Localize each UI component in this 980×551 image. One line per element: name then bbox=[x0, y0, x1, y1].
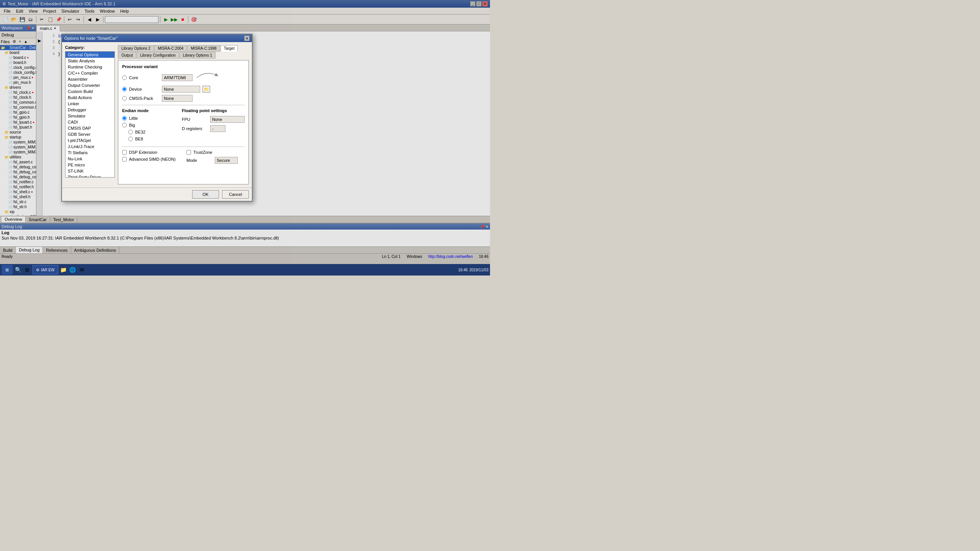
category-item[interactable]: Linker bbox=[65, 101, 114, 107]
dsp-label: DSP Extension bbox=[129, 150, 157, 155]
core-value: ARM7TDMI bbox=[162, 74, 193, 81]
mode-label: Mode bbox=[186, 158, 213, 163]
category-item[interactable]: Custom Build bbox=[65, 88, 114, 95]
category-item[interactable]: CADI bbox=[65, 119, 114, 125]
endian-label: Endian mode bbox=[122, 108, 176, 113]
taskbar: ⊞ 🔍 ⧉ ⚙ IAR EW 📁 🌐 ✉ 16:46 2019/11/03 bbox=[0, 264, 490, 276]
category-list: General OptionsStatic AnalysisRuntime Ch… bbox=[65, 51, 115, 178]
be8-label: BE8 bbox=[135, 137, 143, 141]
category-item[interactable]: I-jet/JTAGjet bbox=[65, 137, 114, 143]
category-item[interactable]: ST-LINK bbox=[65, 168, 114, 174]
app-taskbar-label: IAR EW bbox=[41, 268, 55, 272]
category-item[interactable]: Output Converter bbox=[65, 82, 114, 88]
simd-checkbox[interactable] bbox=[122, 157, 127, 161]
category-item[interactable]: GDB Server bbox=[65, 131, 114, 137]
options-tabs: Library Options 2 MISRA-C:2004 MISRA-C:1… bbox=[118, 45, 249, 59]
little-label: Little bbox=[129, 116, 138, 121]
category-item[interactable]: Build Actions bbox=[65, 95, 114, 101]
opt-tab-misra04[interactable]: MISRA-C:2004 bbox=[154, 45, 187, 52]
opt-tab-target[interactable]: Target bbox=[220, 45, 238, 52]
category-item[interactable]: Simulator bbox=[65, 113, 114, 119]
category-panel: Category: General OptionsStatic Analysis… bbox=[65, 45, 115, 184]
big-radio[interactable] bbox=[122, 123, 127, 127]
be32-label: BE32 bbox=[135, 130, 145, 134]
big-row: Big bbox=[122, 123, 176, 127]
be8-radio[interactable] bbox=[128, 137, 133, 141]
app-taskbar-icon: ⚙ bbox=[36, 268, 39, 272]
browser-icon[interactable]: 🌐 bbox=[69, 266, 77, 274]
trust-label: TrustZone bbox=[193, 150, 212, 155]
mode-value: Secure bbox=[215, 157, 238, 164]
start-button[interactable]: ⊞ bbox=[2, 265, 13, 275]
file-explorer-icon[interactable]: 📁 bbox=[60, 266, 67, 274]
dsp-row: DSP Extension bbox=[122, 150, 180, 155]
opt-tab-lib2[interactable]: Library Options 2 bbox=[118, 45, 154, 52]
section-divider2 bbox=[122, 147, 245, 147]
options-dialog: Options for node "SmartCar" ✕ Category: … bbox=[61, 34, 253, 202]
options-panel: Library Options 2 MISRA-C:2004 MISRA-C:1… bbox=[118, 45, 249, 184]
category-item[interactable]: Static Analysis bbox=[65, 58, 114, 64]
dialog-title-bar: Options for node "SmartCar" ✕ bbox=[62, 34, 252, 42]
dialog-footer: OK Cancel bbox=[62, 187, 252, 201]
category-item[interactable]: Runtime Checking bbox=[65, 64, 114, 70]
simd-row: Advanced SIMD (NEON) bbox=[122, 157, 180, 161]
simd-label: Advanced SIMD (NEON) bbox=[129, 157, 176, 161]
dialog-body: Category: General OptionsStatic Analysis… bbox=[62, 42, 252, 187]
cmsis-row: CMSIS-Pack None bbox=[122, 95, 245, 102]
dialog-overlay: Options for node "SmartCar" ✕ Category: … bbox=[0, 0, 490, 264]
category-item[interactable]: Debugger bbox=[65, 107, 114, 113]
float-label: Floating point settings bbox=[182, 108, 245, 113]
core-radio[interactable] bbox=[122, 75, 127, 80]
cancel-button[interactable]: Cancel bbox=[222, 190, 249, 199]
cmsis-radio[interactable] bbox=[122, 96, 127, 101]
cmsis-value: None bbox=[162, 95, 193, 102]
dsp-checkbox[interactable] bbox=[122, 150, 127, 155]
opt-tab-misra98[interactable]: MISRA-C:1998 bbox=[187, 45, 220, 52]
trust-col: TrustZone Mode Secure bbox=[186, 150, 245, 166]
category-item[interactable]: J-Link/J-Trace bbox=[65, 143, 114, 150]
tray-date: 2019/11/03 bbox=[469, 268, 488, 272]
category-item[interactable]: Third-Party Driver bbox=[65, 174, 114, 178]
device-label: Device bbox=[129, 87, 160, 91]
trust-row: TrustZone bbox=[186, 150, 245, 155]
dreg-row: D registers - bbox=[182, 125, 245, 132]
ok-button[interactable]: OK bbox=[192, 190, 219, 199]
dialog-title-text: Options for node "SmartCar" bbox=[64, 36, 118, 41]
category-item[interactable]: CMSIS DAP bbox=[65, 125, 114, 131]
taskview-icon[interactable]: ⧉ bbox=[23, 266, 31, 274]
dsp-trust-row: DSP Extension Advanced SIMD (NEON) Trust… bbox=[122, 150, 245, 166]
processor-variant-label: Processor variant bbox=[122, 64, 245, 69]
category-label: Category: bbox=[65, 45, 115, 50]
category-item[interactable]: C/C++ Compiler bbox=[65, 70, 114, 76]
opt-tab-libconfig[interactable]: Library Configuration bbox=[137, 52, 179, 59]
mail-icon[interactable]: ✉ bbox=[78, 266, 86, 274]
search-taskbar-icon[interactable]: 🔍 bbox=[14, 266, 22, 274]
category-item[interactable]: PE micro bbox=[65, 162, 114, 168]
arrow-svg bbox=[195, 68, 225, 87]
taskbar-tray: 16:46 2019/11/03 bbox=[458, 268, 488, 272]
category-item[interactable]: Nu-Link bbox=[65, 156, 114, 162]
category-item[interactable]: TI Stellaris bbox=[65, 150, 114, 156]
category-item[interactable]: Assembler bbox=[65, 76, 114, 82]
dsp-col: DSP Extension Advanced SIMD (NEON) bbox=[122, 150, 180, 166]
opt-tab-lib1[interactable]: Library Options 1 bbox=[180, 52, 216, 59]
be8-row: BE8 bbox=[128, 137, 176, 141]
fpu-row: FPU None bbox=[182, 116, 245, 123]
options-content: Processor variant Core ARM7TDMI bbox=[118, 60, 249, 184]
be32-row: BE32 bbox=[128, 130, 176, 134]
be32-radio[interactable] bbox=[128, 130, 133, 134]
endian-float-row: Endian mode Little Big bbox=[122, 108, 245, 143]
taskbar-app-btn[interactable]: ⚙ IAR EW bbox=[33, 265, 58, 274]
device-radio[interactable] bbox=[122, 87, 127, 91]
fpu-value: None bbox=[210, 116, 245, 123]
opt-tab-output[interactable]: Output bbox=[118, 52, 136, 59]
trustzone-checkbox[interactable] bbox=[186, 150, 191, 155]
little-radio[interactable] bbox=[122, 116, 127, 121]
dialog-close-button[interactable]: ✕ bbox=[244, 36, 250, 41]
dreg-label: D registers bbox=[182, 126, 209, 131]
category-item[interactable]: General Options bbox=[65, 52, 114, 58]
endian-col: Endian mode Little Big bbox=[122, 108, 176, 143]
cmsis-label: CMSIS-Pack bbox=[129, 96, 160, 101]
fpu-label: FPU bbox=[182, 117, 209, 122]
dreg-value: - bbox=[210, 125, 225, 132]
